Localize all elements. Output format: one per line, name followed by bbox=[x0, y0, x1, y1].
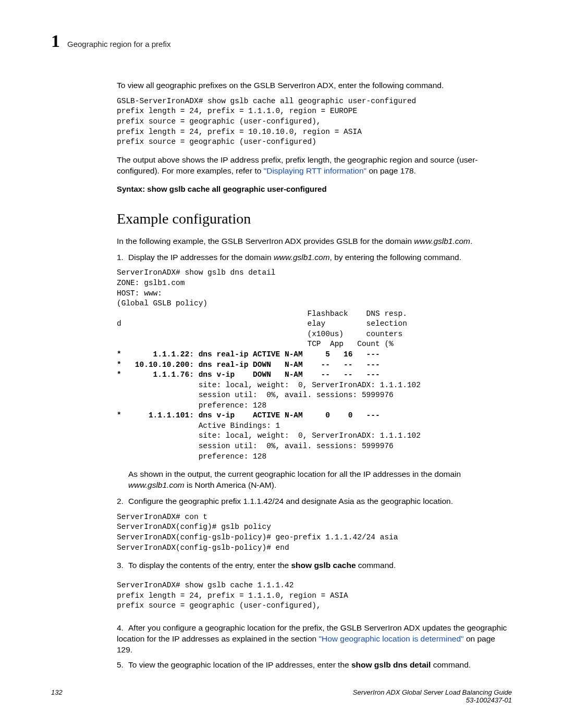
domain-name: www.gslb1.com bbox=[274, 253, 330, 262]
page-number: 132 bbox=[51, 688, 63, 704]
code-block-3: ServerIronADX# con t ServerIronADX(confi… bbox=[117, 512, 512, 553]
text: Display the IP addresses for the domain bbox=[128, 253, 274, 262]
text: In the following example, the GSLB Serve… bbox=[117, 237, 414, 245]
step-number: 5. bbox=[117, 660, 128, 671]
step-number: 4. bbox=[117, 623, 128, 634]
step-4: 4.After you configure a geographic locat… bbox=[117, 623, 512, 656]
doc-title: ServerIron ADX Global Server Load Balanc… bbox=[353, 688, 512, 696]
text: . bbox=[470, 237, 472, 245]
page-footer: 132 ServerIron ADX Global Server Load Ba… bbox=[51, 688, 512, 704]
output-note: As shown in the output, the current geog… bbox=[128, 469, 512, 491]
step-number: 2. bbox=[117, 496, 128, 507]
code-block-4: ServerIronADX# show gslb cache 1.1.1.42 … bbox=[117, 581, 512, 611]
page-header: 1 Geographic region for a prefix bbox=[51, 31, 512, 51]
text: To view the geographic location of the I… bbox=[128, 660, 351, 669]
text: To display the contents of the entry, en… bbox=[128, 561, 291, 570]
code-block-1: GSLB-ServerIronADX# show gslb cache all … bbox=[117, 96, 512, 147]
chapter-title: Geographic region for a prefix bbox=[67, 40, 170, 48]
step-number: 1. bbox=[117, 252, 128, 263]
domain-name: www.gslb1.com bbox=[414, 237, 470, 245]
step-1: 1.Display the IP addresses for the domai… bbox=[117, 252, 512, 263]
domain-name: www.gslb1.com bbox=[128, 480, 185, 489]
code-block-2: ServerIronADX# show gslb dns detail ZONE… bbox=[117, 268, 512, 462]
step-number: 3. bbox=[117, 560, 128, 571]
syntax-line: Syntax: show gslb cache all geographic u… bbox=[117, 184, 512, 194]
step-3: 3.To display the contents of the entry, … bbox=[117, 560, 512, 571]
text: is North America (N-AM). bbox=[185, 480, 277, 489]
doc-id: 53-1002437-01 bbox=[353, 696, 512, 704]
text: on page 178. bbox=[366, 166, 416, 175]
step-5: 5.To view the geographic location of the… bbox=[117, 660, 512, 671]
link-geo-location[interactable]: "How geographic location is determined" bbox=[319, 634, 463, 643]
intro-paragraph: To view all geographic prefixes on the G… bbox=[117, 80, 512, 91]
section-heading: Example configuration bbox=[117, 209, 512, 229]
command-name: show gslb dns detail bbox=[351, 660, 431, 669]
text: Configure the geographic prefix 1.1.1.42… bbox=[128, 497, 453, 505]
example-intro: In the following example, the GSLB Serve… bbox=[117, 236, 512, 247]
link-rtt-info[interactable]: "Displaying RTT information" bbox=[264, 166, 366, 175]
command-name: show gslb cache bbox=[291, 561, 356, 570]
text: command. bbox=[356, 561, 396, 570]
text: command. bbox=[431, 660, 471, 669]
step-2: 2.Configure the geographic prefix 1.1.1.… bbox=[117, 496, 512, 507]
chapter-number: 1 bbox=[51, 31, 60, 51]
text: As shown in the output, the current geog… bbox=[128, 470, 461, 478]
text: , by entering the following command. bbox=[330, 253, 461, 262]
output-description: The output above shows the IP address pr… bbox=[117, 155, 512, 177]
